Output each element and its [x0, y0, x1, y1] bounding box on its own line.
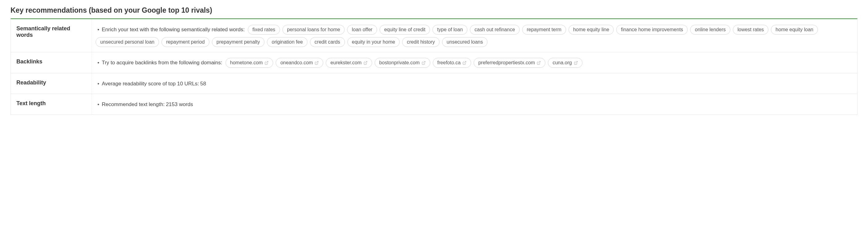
backlink-pill[interactable]: cuna.org	[548, 58, 582, 68]
backlink-pill[interactable]: freefoto.ca	[433, 58, 471, 68]
row-text-length: Text length Recommended text length: 215…	[11, 94, 857, 115]
svg-line-1	[316, 62, 318, 63]
row-content-backlinks: Try to acquire backlinks from the follow…	[92, 52, 857, 73]
svg-line-2	[365, 62, 367, 63]
keyword-pill[interactable]: cash out refinance	[470, 25, 520, 35]
keyword-pill[interactable]: type of loan	[432, 25, 467, 35]
keyword-pill[interactable]: unsecured personal loan	[96, 37, 159, 47]
row-backlinks: Backlinks Try to acquire backlinks from …	[11, 52, 857, 73]
keyword-pill[interactable]: prepayment penalty	[212, 37, 265, 47]
external-link-icon	[462, 61, 466, 65]
external-link-icon	[265, 61, 269, 65]
svg-line-4	[464, 62, 466, 63]
readability-lead-text: Average readability score of top 10 URLs…	[96, 79, 206, 89]
backlink-domain: freefoto.ca	[437, 59, 461, 66]
keyword-pill[interactable]: finance home improvements	[616, 25, 688, 35]
backlink-pill[interactable]: hometone.com	[225, 58, 274, 68]
row-content-textlength: Recommended text length: 2153 words	[92, 94, 857, 115]
readability-value: 58	[200, 79, 206, 89]
section-title: Key recommendations (based on your Googl…	[10, 6, 858, 14]
svg-line-5	[538, 62, 540, 63]
keyword-pill[interactable]: online lenders	[690, 25, 730, 35]
keyword-pill[interactable]: fixed rates	[248, 25, 280, 35]
textlength-lead-text: Recommended text length: 2153 words	[96, 100, 193, 109]
keyword-pill[interactable]: loan offer	[347, 25, 377, 35]
backlink-domain: oneandco.com	[280, 59, 313, 66]
keyword-pill[interactable]: home equity loan	[771, 25, 818, 35]
external-link-icon	[537, 61, 541, 65]
keyword-pill[interactable]: repayment term	[522, 25, 566, 35]
keyword-pill[interactable]: personal loans for home	[282, 25, 345, 35]
keyword-pill[interactable]: credit history	[402, 37, 440, 47]
keyword-pill[interactable]: home equity line	[568, 25, 614, 35]
keyword-pill[interactable]: origination fee	[267, 37, 308, 47]
row-label-backlinks: Backlinks	[11, 52, 92, 73]
readability-lead: Average readability score of top 10 URLs…	[102, 79, 199, 89]
row-label-readability: Readability	[11, 73, 92, 94]
external-link-icon	[315, 61, 319, 65]
semantic-lead-text: Enrich your text with the following sema…	[96, 25, 245, 35]
textlength-value: 2153 words	[166, 100, 193, 109]
backlink-domain: eurekster.com	[330, 59, 361, 66]
keyword-pill[interactable]: unsecured loans	[442, 37, 488, 47]
backlink-domain: bostonprivate.com	[379, 59, 420, 66]
row-content-semantic: Enrich your text with the following sema…	[92, 19, 857, 52]
svg-line-6	[576, 62, 577, 63]
backlinks-lead-text: Try to acquire backlinks from the follow…	[96, 58, 222, 68]
svg-line-3	[423, 62, 425, 63]
keyword-pill[interactable]: credit cards	[310, 37, 345, 47]
keyword-pill[interactable]: equity in your home	[347, 37, 400, 47]
row-readability: Readability Average readability score of…	[11, 73, 857, 94]
backlink-pill[interactable]: preferredpropertiestx.com	[474, 58, 545, 68]
backlink-pill[interactable]: eurekster.com	[326, 58, 372, 68]
keyword-pill[interactable]: repayment period	[161, 37, 210, 47]
row-label-semantic: Semantically related words	[11, 19, 92, 52]
row-label-textlength: Text length	[11, 94, 92, 115]
keyword-pill[interactable]: lowest rates	[733, 25, 768, 35]
external-link-icon	[574, 61, 578, 65]
external-link-icon	[364, 61, 368, 65]
backlink-domain: preferredpropertiestx.com	[478, 59, 535, 66]
row-content-readability: Average readability score of top 10 URLs…	[92, 73, 857, 94]
backlink-domain: hometone.com	[230, 59, 263, 66]
recommendations-panel: Semantically related words Enrich your t…	[10, 18, 858, 115]
backlink-domain: cuna.org	[553, 59, 572, 66]
keyword-pill[interactable]: equity line of credit	[379, 25, 430, 35]
external-link-icon	[422, 61, 426, 65]
textlength-lead: Recommended text length:	[102, 100, 164, 109]
backlink-pill[interactable]: oneandco.com	[276, 58, 323, 68]
backlink-pill[interactable]: bostonprivate.com	[375, 58, 430, 68]
svg-line-0	[266, 62, 268, 63]
row-semantic-words: Semantically related words Enrich your t…	[11, 19, 857, 52]
